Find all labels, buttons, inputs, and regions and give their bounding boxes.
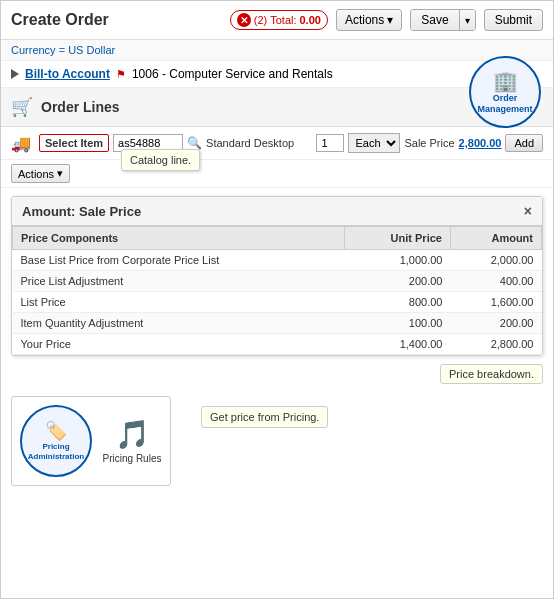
item-name: Standard Desktop <box>206 137 312 149</box>
add-button[interactable]: Add <box>505 134 543 152</box>
pricing-admin-label: Pricing Administration <box>22 442 90 461</box>
select-item-box: Select Item <box>39 134 109 152</box>
bottom-section: 🏷️ Pricing Administration 🎵 Pricing Rule… <box>1 388 553 494</box>
amount-cell: 2,000.00 <box>450 250 541 271</box>
sale-price-label: Sale Price <box>404 137 454 149</box>
pricing-rules-icon: 🎵 <box>115 418 150 451</box>
unit-price-cell: 200.00 <box>345 271 451 292</box>
error-badge: ✕ (2) Total: 0.00 <box>230 10 328 30</box>
table-row: Item Quantity Adjustment100.00200.00 <box>13 313 542 334</box>
bill-to-label[interactable]: Bill-to Account <box>25 67 110 81</box>
amount-cell: 200.00 <box>450 313 541 334</box>
save-button-group: Save ▾ <box>410 9 475 31</box>
error-icon: ✕ <box>237 13 251 27</box>
table-row: Price List Adjustment200.00400.00 <box>13 271 542 292</box>
table-row: Your Price1,400.002,800.00 <box>13 334 542 355</box>
price-breakdown-callout: Price breakdown. <box>1 364 553 384</box>
amount-cell: 1,600.00 <box>450 292 541 313</box>
price-table: Price Components Unit Price Amount Base … <box>12 226 542 355</box>
submit-button[interactable]: Submit <box>484 9 543 31</box>
expand-button[interactable] <box>11 69 19 79</box>
total-label: Total: <box>270 14 296 26</box>
pricing-administration-icon[interactable]: 🏷️ Pricing Administration <box>20 405 92 477</box>
order-mgmt-label: Order Management <box>471 93 539 115</box>
unit-price-cell: 800.00 <box>345 292 451 313</box>
order-mgmt-graphic: 🏢 <box>493 69 518 93</box>
total-value: 0.00 <box>300 14 321 26</box>
component-cell: Base List Price from Corporate Price Lis… <box>13 250 345 271</box>
currency-label: Currency = US Dollar <box>11 44 115 56</box>
order-management-icon[interactable]: 🏢 Order Management <box>469 56 541 128</box>
header: Create Order ✕ (2) Total: 0.00 Actions ▾… <box>1 1 553 40</box>
order-lines-title: Order Lines <box>41 99 120 115</box>
actions-sub-row: Actions ▾ <box>1 160 553 188</box>
truck-icon: 🚚 <box>11 134 31 153</box>
col-header-amount: Amount <box>450 227 541 250</box>
amount-modal-title: Amount: Sale Price <box>22 204 141 219</box>
flag-icon: ⚑ <box>116 68 126 81</box>
pricing-rules-box[interactable]: 🎵 Pricing Rules <box>102 418 162 464</box>
close-button[interactable]: × <box>524 203 532 219</box>
main-container: Create Order ✕ (2) Total: 0.00 Actions ▾… <box>0 0 554 599</box>
page-title: Create Order <box>11 11 222 29</box>
save-dropdown-button[interactable]: ▾ <box>460 10 475 30</box>
unit-price-cell: 100.00 <box>345 313 451 334</box>
actions-chevron-icon: ▾ <box>387 13 393 27</box>
get-price-callout: Get price from Pricing. <box>201 406 328 428</box>
currency-bar: Currency = US Dollar <box>1 40 553 61</box>
amount-modal-header: Amount: Sale Price × <box>12 197 542 226</box>
uom-select[interactable]: Each <box>348 133 400 153</box>
unit-price-cell: 1,400.00 <box>345 334 451 355</box>
search-icon[interactable]: 🔍 <box>187 136 202 150</box>
amount-cell: 400.00 <box>450 271 541 292</box>
quantity-input[interactable] <box>316 134 344 152</box>
col-header-unit-price: Unit Price <box>345 227 451 250</box>
unit-price-cell: 1,000.00 <box>345 250 451 271</box>
catalog-callout: Catalog line. <box>121 149 200 171</box>
actions-sub-chevron-icon: ▾ <box>57 167 63 180</box>
actions-sub-button[interactable]: Actions ▾ <box>11 164 70 183</box>
select-item-row: 🚚 Select Item 🔍 Standard Desktop Each Sa… <box>1 127 553 160</box>
error-count: (2) <box>254 14 267 26</box>
pricing-admin-graphic: 🏷️ <box>45 420 67 442</box>
save-button[interactable]: Save <box>411 10 459 30</box>
bill-to-value: 1006 - Computer Service and Rentals <box>132 67 333 81</box>
sale-price-value[interactable]: 2,800.00 <box>459 137 502 149</box>
amount-cell: 2,800.00 <box>450 334 541 355</box>
bottom-icons-container: 🏷️ Pricing Administration 🎵 Pricing Rule… <box>11 396 171 486</box>
table-row: List Price800.001,600.00 <box>13 292 542 313</box>
component-cell: Price List Adjustment <box>13 271 345 292</box>
component-cell: Your Price <box>13 334 345 355</box>
actions-button[interactable]: Actions ▾ <box>336 9 402 31</box>
cart-icon: 🛒 <box>11 96 33 118</box>
table-row: Base List Price from Corporate Price Lis… <box>13 250 542 271</box>
component-cell: Item Quantity Adjustment <box>13 313 345 334</box>
pricing-rules-label: Pricing Rules <box>103 453 162 464</box>
col-header-component: Price Components <box>13 227 345 250</box>
price-breakdown-box: Price breakdown. <box>440 364 543 384</box>
component-cell: List Price <box>13 292 345 313</box>
amount-modal: Amount: Sale Price × Price Components Un… <box>11 196 543 356</box>
